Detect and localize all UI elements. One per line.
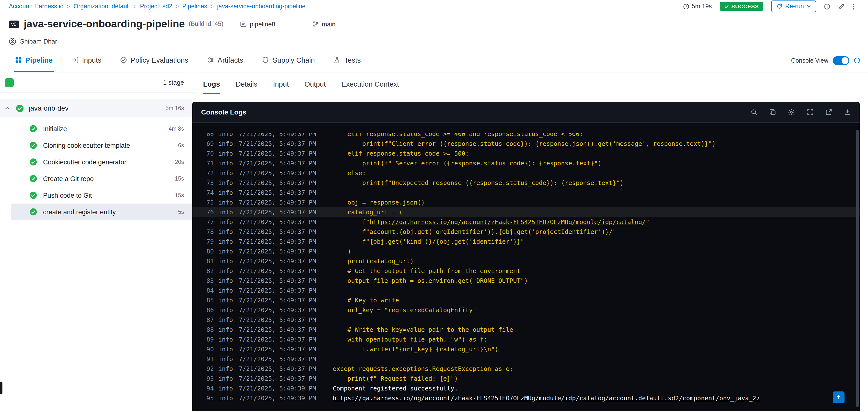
- log-timestamp: 7/21/2025, 5:49:37 PM: [239, 306, 322, 313]
- stage-row[interactable]: java-onb-dev 5m 16s: [0, 99, 192, 118]
- log-line: 92 info 7/21/2025, 5:49:37 PM except req…: [192, 363, 860, 373]
- step-duration: 6s: [178, 142, 184, 148]
- log-level: info: [218, 286, 232, 294]
- search-icon[interactable]: [750, 108, 757, 116]
- tab-logs[interactable]: Logs: [203, 80, 220, 94]
- tab-policy-evaluations[interactable]: Policy Evaluations: [119, 49, 189, 72]
- log-timestamp: 7/21/2025, 5:49:37 PM: [239, 267, 322, 274]
- branch-ref: main: [312, 20, 335, 28]
- log-message: else:: [333, 169, 860, 177]
- log-level: info: [218, 267, 232, 274]
- log-link[interactable]: https://qa.harness.io/ng/account/zEaak-F…: [370, 218, 646, 225]
- tab-supply-chain[interactable]: Supply Chain: [261, 49, 316, 72]
- log-level: info: [218, 228, 232, 235]
- step-row[interactable]: Create a Git repo 15s: [0, 170, 192, 187]
- log-timestamp: 7/21/2025, 5:49:37 PM: [239, 247, 322, 255]
- scroll-to-top-button[interactable]: [833, 391, 844, 403]
- log-message: except requests.exceptions.RequestExcept…: [333, 365, 860, 372]
- log-timestamp: 7/21/2025, 5:49:37 PM: [239, 355, 322, 362]
- log-viewport[interactable]: 68 info 7/21/2025, 5:49:37 PM elif respo…: [192, 123, 860, 411]
- breadcrumb-separator: >: [211, 3, 214, 9]
- fullscreen-icon[interactable]: [807, 108, 814, 116]
- log-line: 76 info 7/21/2025, 5:49:37 PM catalog_ur…: [192, 207, 860, 217]
- log-line-number: 82: [199, 267, 214, 274]
- edit-icon[interactable]: [838, 3, 844, 9]
- log-line-number: 95: [199, 394, 214, 402]
- console-view-control: Console View: [791, 49, 860, 72]
- info-icon[interactable]: [824, 3, 830, 9]
- tab-output[interactable]: Output: [304, 80, 326, 94]
- step-duration: 4m 8s: [168, 126, 184, 132]
- log-level: info: [218, 189, 232, 196]
- log-level: info: [218, 316, 232, 323]
- log-line-number: 76: [199, 208, 214, 216]
- settings-gear-icon[interactable]: [788, 108, 795, 116]
- log-line-number: 74: [199, 189, 214, 196]
- tab-execution-context[interactable]: Execution Context: [342, 80, 399, 94]
- log-level: info: [218, 336, 232, 343]
- log-level: info: [218, 326, 232, 333]
- step-row[interactable]: create and register entity 5s: [11, 203, 192, 220]
- rerun-button[interactable]: Re-run: [771, 0, 816, 12]
- breadcrumb-link[interactable]: Organization: default: [74, 3, 130, 10]
- tab-inputs[interactable]: Inputs: [70, 49, 102, 72]
- tab-details[interactable]: Details: [236, 80, 257, 94]
- step-row[interactable]: Cloning cookiecutter template 6s: [0, 137, 192, 154]
- build-id: (Build Id: 45): [189, 21, 223, 27]
- console-view-toggle[interactable]: [833, 56, 849, 65]
- log-line: 91 info 7/21/2025, 5:49:37 PM: [192, 354, 860, 363]
- log-message: # Write the key=value pair to the output…: [333, 326, 860, 333]
- execution-tabs: Logs Details Input Output Execution Cont…: [192, 72, 860, 102]
- step-row[interactable]: Cookiecutter code generator 20s: [0, 154, 192, 170]
- tab-pipeline[interactable]: Pipeline: [14, 49, 54, 72]
- rerun-icon: [776, 3, 782, 9]
- breadcrumb-link[interactable]: Pipelines: [182, 3, 207, 10]
- tab-input[interactable]: Input: [273, 80, 289, 94]
- log-timestamp: 7/21/2025, 5:49:37 PM: [239, 277, 322, 284]
- open-in-new-icon[interactable]: [826, 108, 832, 116]
- log-line-number: 86: [199, 306, 214, 313]
- user-row: Shibam Dhar: [9, 35, 868, 47]
- step-row[interactable]: Push code to Git 15s: [0, 187, 192, 203]
- log-message: print(f" Request failed: {e}"): [333, 375, 860, 382]
- version-chip: v0: [9, 20, 19, 28]
- log-timestamp: 7/21/2025, 5:49:37 PM: [239, 140, 322, 147]
- log-timestamp: 7/21/2025, 5:49:37 PM: [239, 345, 322, 353]
- log-link[interactable]: https://qa.harness.io/ng/account/zEaak-F…: [333, 394, 760, 402]
- tab-artifacts[interactable]: Artifacts: [206, 49, 244, 72]
- tab-tests[interactable]: Tests: [333, 49, 362, 72]
- breadcrumb-link[interactable]: Project: sd2: [140, 3, 172, 10]
- more-options-icon[interactable]: [852, 3, 854, 9]
- log-message: ): [333, 247, 860, 255]
- breadcrumb: Account: Harness.io>Organization: defaul…: [9, 3, 306, 10]
- log-message: https://qa.harness.io/ng/account/zEaak-F…: [333, 394, 860, 402]
- side-panel-handle[interactable]: [0, 382, 2, 394]
- log-line: 72 info 7/21/2025, 5:49:37 PM else:: [192, 168, 860, 178]
- step-duration: 15s: [175, 192, 184, 198]
- log-level: info: [218, 375, 232, 382]
- log-timestamp: 7/21/2025, 5:49:37 PM: [239, 365, 322, 372]
- console-view-label: Console View: [791, 57, 828, 64]
- step-name: create and register entity: [43, 208, 116, 216]
- console-view-info-icon[interactable]: [854, 57, 860, 64]
- success-check-icon: [29, 125, 37, 133]
- console-scrollbar[interactable]: [856, 130, 859, 407]
- log-line-number: 92: [199, 365, 214, 372]
- step-row[interactable]: Initialize 4m 8s: [0, 120, 192, 137]
- log-level: info: [218, 365, 232, 372]
- inputs-icon: [71, 56, 79, 64]
- execution-duration: 5m 19s: [683, 3, 712, 10]
- breadcrumb-link[interactable]: Account: Harness.io: [9, 3, 64, 10]
- log-message: elif response.status_code >= 500:: [333, 150, 860, 157]
- chevron-up-icon[interactable]: [5, 107, 10, 109]
- copy-icon[interactable]: [769, 108, 776, 116]
- user-name: Shibam Dhar: [20, 37, 57, 45]
- log-line-number: 69: [199, 140, 214, 147]
- log-timestamp: 7/21/2025, 5:49:37 PM: [239, 257, 322, 264]
- log-level: info: [218, 179, 232, 186]
- download-icon[interactable]: [844, 108, 851, 116]
- step-duration: 5s: [178, 209, 184, 215]
- breadcrumb-link[interactable]: java-service-onboarding-pipeline: [217, 3, 305, 10]
- stage-count: 1 stage: [163, 79, 184, 86]
- log-timestamp: 7/21/2025, 5:49:37 PM: [239, 189, 322, 196]
